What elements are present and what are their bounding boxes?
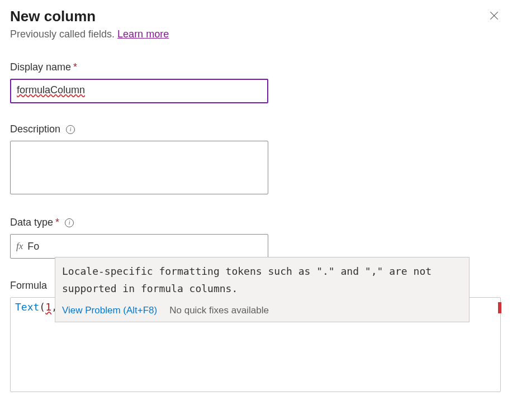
data-type-value: Fo xyxy=(27,241,39,252)
close-button[interactable] xyxy=(489,10,502,23)
view-problem-link[interactable]: View Problem (Alt+F8) xyxy=(62,305,157,316)
required-indicator: * xyxy=(55,217,59,228)
display-name-label: Display name xyxy=(10,61,71,73)
error-marker[interactable] xyxy=(498,302,501,313)
formula-token-number: 1 xyxy=(45,301,51,313)
tooltip-message: Locale-specific formatting tokens such a… xyxy=(62,263,462,297)
data-type-select[interactable]: fx Fo xyxy=(10,234,268,259)
description-input[interactable] xyxy=(10,141,268,194)
display-name-input[interactable]: formulaColumn xyxy=(10,79,268,103)
subtitle-text: Previously called fields. xyxy=(10,28,117,40)
formula-label: Formula xyxy=(10,280,47,292)
data-type-label: Data type xyxy=(10,217,53,228)
display-name-value: formulaColumn xyxy=(17,84,85,96)
no-fixes-text: No quick fixes available xyxy=(169,305,269,316)
formula-token-function: Text xyxy=(15,301,39,313)
page-title: New column xyxy=(10,8,96,25)
required-indicator: * xyxy=(73,61,77,73)
formula-token-open: ( xyxy=(39,301,45,313)
description-label: Description xyxy=(10,123,60,135)
subtitle: Previously called fields. Learn more xyxy=(10,28,502,40)
info-icon[interactable]: i xyxy=(66,125,75,134)
close-icon xyxy=(489,10,500,21)
learn-more-link[interactable]: Learn more xyxy=(117,28,169,40)
info-icon[interactable]: i xyxy=(65,218,74,227)
error-tooltip: Locale-specific formatting tokens such a… xyxy=(55,257,470,322)
fx-icon: fx xyxy=(16,241,23,252)
